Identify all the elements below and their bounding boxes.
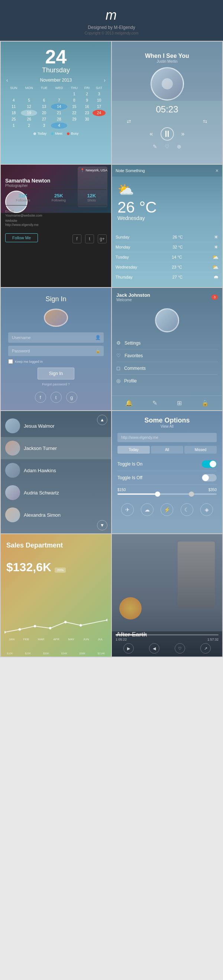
menu-item-comments[interactable]: ◻ Comments [116,362,218,375]
toggle-on-switch[interactable] [202,460,217,468]
cal-day-cell[interactable]: 27 [37,116,51,123]
cal-day-cell-meet[interactable]: 14 [51,103,67,110]
sliders-icon[interactable]: ⊞ [177,399,182,407]
music-play-btn[interactable]: ⏸ [160,127,174,141]
movie-rewind-btn[interactable]: ◀ [149,643,159,654]
cal-day-cell[interactable] [93,123,106,129]
cal-day-cell[interactable] [93,116,106,123]
menu-item-profile[interactable]: ◎ Profile [116,375,218,387]
cal-day-cell[interactable]: 20 [37,110,51,116]
tab-all[interactable]: All [151,446,183,453]
twitter-btn[interactable]: t [85,234,94,243]
person-item-3[interactable]: Audria Schwartz [1,482,111,504]
moon-icon-btn[interactable]: ☾ [181,503,193,516]
music-prev-btn[interactable]: « [150,130,153,137]
music-next-btn[interactable]: » [181,130,185,137]
menu-item-settings[interactable]: ⚙ Settings [116,337,218,349]
cal-day-cell-busy[interactable]: 24 [93,110,106,116]
cal-day-cell[interactable]: 26 [21,116,37,123]
weather-close-btn[interactable]: × [216,168,218,173]
airplane-icon-btn[interactable]: ✈ [121,503,134,516]
movie-favorite-btn[interactable]: ♡ [175,643,185,654]
cal-day-cell[interactable] [82,123,93,129]
cal-day-cell[interactable]: 1 [6,123,21,129]
music-action-1[interactable]: ✎ [153,143,157,150]
cal-day-cell[interactable]: 3 [37,123,51,129]
options-viewall-link[interactable]: View All [117,424,217,428]
cal-day-cell[interactable] [51,91,67,97]
cal-day-cell[interactable]: 21 [51,110,67,116]
cal-day-cell[interactable] [67,123,82,129]
cal-day-cell[interactable] [21,91,37,97]
cal-day-cell[interactable]: 5 [21,97,37,103]
googleplus-btn[interactable]: g+ [98,234,107,243]
cal-day-cell[interactable]: 7 [51,97,67,103]
cal-day-cell[interactable]: 15 [67,103,82,110]
remember-checkbox[interactable] [8,359,13,364]
person-item-0[interactable]: Jesua Walmor [1,415,111,437]
follow-button[interactable]: Follow Me [5,233,38,242]
cal-day-cell[interactable]: 6 [37,97,51,103]
cal-day-cell[interactable]: 2 [82,91,93,97]
slider-thumb-right[interactable] [189,492,194,497]
calendar-next-btn[interactable]: › [104,77,106,83]
cal-day-cell[interactable]: 28 [51,116,67,123]
cal-day-cell[interactable] [37,91,51,97]
calendar-prev-btn[interactable]: ‹ [6,77,8,83]
cal-day-cell[interactable]: 4 [6,97,21,103]
cal-day-cell[interactable]: 11 [6,103,21,110]
settings-icon-btn[interactable]: ◈ [201,503,213,516]
cal-day-cell[interactable]: 22 [67,110,82,116]
cal-day-cell[interactable]: 3 [93,91,106,97]
month-may: MAY [68,638,74,641]
edit-icon[interactable]: ✎ [152,399,157,407]
slider-thumb-left[interactable] [155,492,160,497]
cal-day-cell[interactable]: 8 [67,97,82,103]
movie-progress-bar[interactable] [116,634,218,635]
cal-day-cell[interactable]: 13 [37,103,51,110]
lock-icon[interactable]: 🔒 [201,399,209,407]
tab-missed[interactable]: Missed [184,446,217,453]
forgot-password-link[interactable]: Forgot password ? [42,382,70,386]
bell-icon[interactable]: 🔔 [125,399,133,407]
signin-button[interactable]: Sign In [37,368,74,379]
cal-day-cell[interactable]: 18 [6,110,21,116]
cal-day-cell[interactable]: 12 [21,103,37,110]
password-input[interactable] [8,346,104,356]
wifi-icon-btn[interactable]: ☁ [141,503,154,516]
facebook-btn[interactable]: f [72,234,82,243]
remember-label: Keep me logged in [15,360,43,364]
cal-day-cell[interactable]: 16 [82,103,93,110]
music-repeat-icon[interactable]: ⇆ [203,118,207,124]
music-action-3[interactable]: ⊕ [177,143,181,150]
cal-day-cell[interactable]: 2 [21,123,37,129]
cal-day-cell-today[interactable]: 19 [21,110,37,116]
person-item-1[interactable]: Jackson Turner [1,437,111,459]
cal-day-cell[interactable]: 10 [93,97,106,103]
cal-day-cell[interactable]: 30 [82,116,93,123]
cal-day-cell[interactable]: 17 [93,103,106,110]
music-action-2[interactable]: ♡ [165,143,170,150]
person-item-4[interactable]: Alexandra Simon [1,504,111,526]
slider-track[interactable] [117,493,217,495]
cal-day-cell-meet[interactable]: 4 [51,123,67,129]
username-input[interactable] [8,332,104,343]
cal-day-cell[interactable]: 9 [82,97,93,103]
cal-day-cell[interactable]: 29 [67,116,82,123]
options-search-input[interactable] [117,433,217,442]
toggle-off-switch[interactable] [202,474,217,482]
cal-day-cell[interactable]: 25 [6,116,21,123]
bluetooth-icon-btn[interactable]: ⚡ [160,503,173,516]
twitter-signin-btn[interactable]: t [51,392,62,403]
person-item-2[interactable]: Adam Hawkins [1,459,111,482]
facebook-signin-btn[interactable]: f [35,392,46,403]
tab-today[interactable]: Today [117,446,150,453]
google-signin-btn[interactable]: g [66,392,77,403]
cal-day-cell[interactable]: 1 [67,91,82,97]
menu-item-favorites[interactable]: ♡ Favorites [116,349,218,362]
movie-play-btn[interactable]: ▶ [124,643,134,654]
music-share-icon[interactable]: ⇄ [127,118,131,124]
movie-share-btn[interactable]: ↗ [201,643,211,654]
cal-day-cell[interactable] [6,91,21,97]
cal-day-cell[interactable]: 23 [82,110,93,116]
